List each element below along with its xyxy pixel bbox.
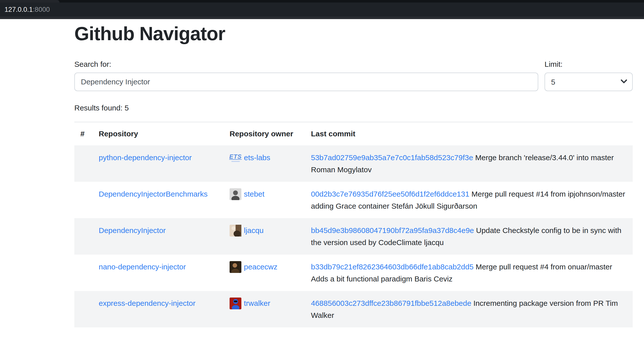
row-index-cell <box>74 291 93 327</box>
commit-hash-link[interactable]: 468856003c273dffce23b86791fbbe512a8ebede <box>311 299 471 307</box>
browser-active-tab[interactable] <box>0 0 60 3</box>
owner-avatar-image <box>230 188 241 200</box>
owner-link[interactable]: trwalker <box>244 297 270 309</box>
url-host: 127.0.0.1 <box>5 6 33 14</box>
repo-link[interactable]: DependencyInjector <box>99 226 166 235</box>
search-field-group: Search for: <box>74 60 538 91</box>
url-port: :8000 <box>33 6 50 14</box>
limit-field-group: Limit: 5 <box>545 60 633 91</box>
owner-avatar-image <box>230 225 241 237</box>
commit-hash-link[interactable]: 00d2b3c7e76935d76f25ee50f6d1f2ef6ddce131 <box>311 190 469 198</box>
owner-avatar-image <box>230 298 241 309</box>
owner-link[interactable]: ljacqu <box>244 224 263 237</box>
table-row: express-dependency-injector trwalker <box>74 291 633 327</box>
ets-logo-text: ETS <box>229 154 242 160</box>
search-label: Search for: <box>74 60 538 69</box>
repo-link[interactable]: express-dependency-injector <box>99 299 195 307</box>
search-form: Search for: Limit: 5 <box>74 60 633 91</box>
repo-link[interactable]: nano-dependency-injector <box>99 263 186 271</box>
repo-link[interactable]: python-dependency-injector <box>99 153 192 162</box>
header-last-commit: Last commit <box>305 122 633 145</box>
browser-tab-strip <box>0 0 644 3</box>
page-container: Github Navigator Search for: Limit: 5 Re… <box>74 23 633 327</box>
header-repository: Repository <box>93 122 224 145</box>
browser-toolbar-edge <box>0 17 644 19</box>
row-index-cell <box>74 255 93 291</box>
results-summary: Results found: 5 <box>74 104 633 112</box>
commit-hash-link[interactable]: b33db79c21ef8262364603db66dfe1ab8cab2dd5 <box>311 263 473 271</box>
owner-link[interactable]: ets-labs <box>244 152 270 164</box>
commit-hash-link[interactable]: 53b7ad02759e9ab35a7e7c0c1fab58d523c79f3e <box>311 153 473 162</box>
row-index-cell <box>74 145 93 182</box>
row-index-cell <box>74 182 93 218</box>
limit-select[interactable]: 5 <box>545 73 633 91</box>
commit-hash-link[interactable]: bb45d9e3b98608047190bf72a95fa9a37d8c4e9e <box>311 226 474 235</box>
table-row: DependencyInjectorBenchmarks stebet <box>74 182 633 218</box>
row-index-cell <box>74 218 93 255</box>
owner-link[interactable]: peacecwz <box>244 261 277 273</box>
page-title: Github Navigator <box>74 23 633 44</box>
owner-link[interactable]: stebet <box>244 188 264 200</box>
browser-url-bar[interactable]: 127.0.0.1:8000 <box>0 3 644 17</box>
limit-label: Limit: <box>545 60 633 69</box>
ets-logo-subtext <box>231 161 240 162</box>
table-row: nano-dependency-injector peacecwz <box>74 255 633 291</box>
owner-avatar-ets-logo-icon: ETS <box>230 152 241 164</box>
repo-link[interactable]: DependencyInjectorBenchmarks <box>99 190 208 198</box>
table-row: DependencyInjector ljacqu <box>74 218 633 255</box>
header-index: # <box>74 122 93 145</box>
owner-avatar-image <box>230 261 241 273</box>
results-table: # Repository Repository owner Last commi… <box>74 122 633 327</box>
table-header-row: # Repository Repository owner Last commi… <box>74 122 633 145</box>
header-repository-owner: Repository owner <box>224 122 305 145</box>
search-input[interactable] <box>74 73 538 91</box>
table-row: python-dependency-injector ETS ets-labs … <box>74 145 633 182</box>
